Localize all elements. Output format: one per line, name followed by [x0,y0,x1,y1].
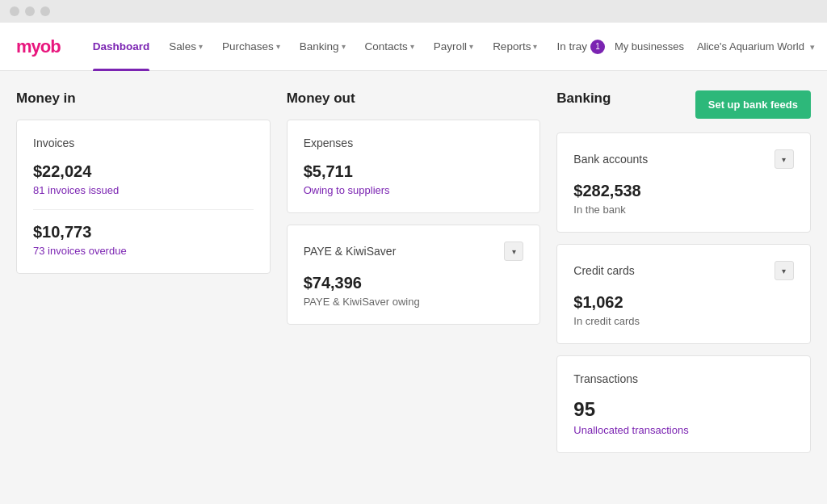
bank-accounts-header: Bank accounts ▾ [573,149,794,169]
transactions-card: Transactions 95 Unallocated transactions [556,355,811,453]
paye-label: PAYE & KiwiSaver owing [304,296,524,308]
money-in-column: Money in Invoices $22,024 81 invoices is… [16,90,271,453]
banking-column: Banking Set up bank feeds Bank accounts … [556,90,811,453]
nav-item-banking[interactable]: Banking ▾ [290,23,355,71]
bank-accounts-amount: $282,538 [573,182,794,200]
invoices-label-2[interactable]: 73 invoices overdue [33,245,254,257]
expenses-label[interactable]: Owing to suppliers [304,184,524,196]
intray-badge: 1 [590,40,605,54]
invoices-title: Invoices [33,136,74,149]
invoices-card-header: Invoices [33,136,254,149]
nav-item-dashboard[interactable]: Dashboard [83,23,160,71]
nav-right: My businesses Alice's Aquarium World ▾ ? [615,38,827,56]
purchases-arrow: ▾ [276,42,280,51]
bank-accounts-card: Bank accounts ▾ $282,538 In the bank [556,132,811,233]
bank-accounts-dropdown[interactable]: ▾ [775,149,794,169]
credit-cards-header: Credit cards ▾ [573,261,794,280]
banking-title: Banking [556,90,611,107]
nav-item-reports[interactable]: Reports ▾ [483,23,547,71]
paye-dropdown[interactable]: ▾ [504,242,523,261]
money-in-title: Money in [16,90,271,107]
invoices-card: Invoices $22,024 81 invoices issued $10,… [16,120,271,274]
transactions-label[interactable]: Unallocated transactions [573,424,794,436]
invoices-divider [33,209,254,210]
chrome-dot-3 [40,6,50,16]
credit-cards-label: In credit cards [573,315,794,327]
invoices-label-1[interactable]: 81 invoices issued [33,184,254,196]
sales-arrow: ▾ [199,42,203,51]
expenses-amount: $5,711 [304,162,524,181]
money-out-column: Money out Expenses $5,711 Owing to suppl… [287,90,541,453]
transactions-count: 95 [573,398,794,421]
chrome-dot-2 [25,6,35,16]
nav-item-contacts[interactable]: Contacts ▾ [355,23,424,71]
logo-my: my [16,36,40,57]
top-nav: myob Dashboard Sales ▾ Purchases ▾ Banki… [0,23,827,71]
logo-ob: ob [40,36,61,57]
chrome-dot-1 [10,6,19,16]
logo[interactable]: myob [16,38,61,56]
expenses-card-header: Expenses [304,136,524,149]
setup-bank-feeds-button[interactable]: Set up bank feeds [695,90,811,119]
paye-card: PAYE & KiwiSaver ▾ $74,396 PAYE & KiwiSa… [287,225,541,325]
nav-links: Dashboard Sales ▾ Purchases ▾ Banking ▾ … [83,23,615,71]
window-chrome [0,0,827,23]
transactions-title: Transactions [573,372,638,385]
nav-item-purchases[interactable]: Purchases ▾ [212,23,290,71]
banking-arrow: ▾ [342,42,346,51]
expenses-card: Expenses $5,711 Owing to suppliers [287,120,541,213]
bank-accounts-title: Bank accounts [573,153,648,166]
nav-item-intray[interactable]: In tray 1 [547,23,615,71]
credit-cards-card: Credit cards ▾ $1,062 In credit cards [556,244,811,344]
credit-cards-amount: $1,062 [573,293,794,312]
money-out-title: Money out [287,90,541,107]
dashboard-columns: Money in Invoices $22,024 81 invoices is… [16,90,811,453]
invoices-amount-1: $22,024 [33,162,254,181]
account-menu[interactable]: Alice's Aquarium World ▾ [697,40,815,52]
reports-arrow: ▾ [533,42,537,51]
main-content: Money in Invoices $22,024 81 invoices is… [0,71,827,504]
paye-amount: $74,396 [304,274,524,292]
paye-title: PAYE & KiwiSaver [304,245,397,258]
credit-cards-title: Credit cards [573,264,634,277]
bank-accounts-label: In the bank [573,204,794,216]
paye-card-header: PAYE & KiwiSaver ▾ [304,242,524,261]
transactions-header: Transactions [573,372,794,385]
contacts-arrow: ▾ [410,42,414,51]
nav-item-payroll[interactable]: Payroll ▾ [424,23,483,71]
invoices-amount-2: $10,773 [33,223,254,242]
nav-item-sales[interactable]: Sales ▾ [159,23,212,71]
banking-header: Banking Set up bank feeds [556,90,811,120]
payroll-arrow: ▾ [469,42,473,51]
credit-cards-dropdown[interactable]: ▾ [775,261,794,280]
my-businesses-link[interactable]: My businesses [615,40,684,52]
expenses-title: Expenses [304,136,353,149]
